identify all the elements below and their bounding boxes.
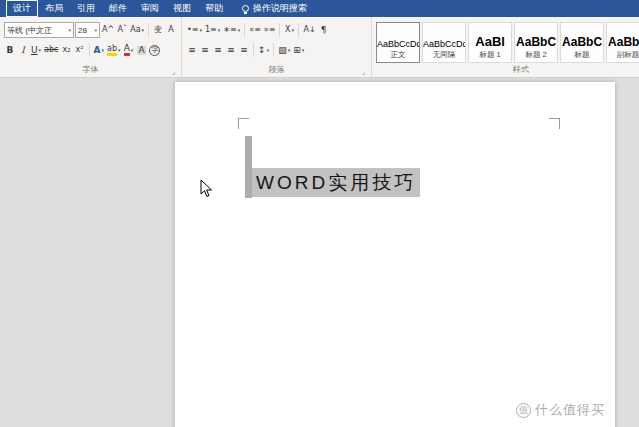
subscript-button[interactable]: x₂ [61,42,73,58]
asian-layout-button[interactable]: X▾ [283,22,295,38]
style-item-subtitle[interactable]: AaBbC 副标题 [606,22,639,63]
character-shading-icon: A [137,46,145,55]
strikethrough-button[interactable]: abc [43,42,59,58]
chevron-down-icon: ▾ [94,27,97,33]
font-size-select[interactable]: 28 ▾ [75,22,100,38]
tab-review[interactable]: 审阅 [134,0,166,17]
font-name-value: 等线 (中文正 [7,25,52,36]
clear-formatting-icon: A [168,26,173,34]
divider [273,43,274,57]
document-canvas: WORD实用技巧 值 什么值得买 [0,78,639,427]
line-spacing-button[interactable]: ↕▾ [257,42,270,58]
align-center-button[interactable]: ≡ [199,42,211,58]
align-left-icon: ≡ [188,46,196,55]
shading-button[interactable]: ▨▾ [277,42,291,58]
decrease-indent-button[interactable]: «≡ [248,22,262,38]
chevron-down-icon: ▾ [238,27,241,33]
crop-mark-top-right [549,118,560,129]
paragraph-dialog-launcher-icon[interactable]: ⌟ [362,68,365,75]
character-shading-button[interactable]: A [135,42,147,58]
menu-bar: 设计 布局 引用 邮件 审阅 视图 帮助 操作说明搜索 [0,0,639,17]
increase-indent-icon: »≡ [264,26,276,34]
multilevel-list-button[interactable]: ∗≡▾ [222,22,241,38]
styles-gallery: AaBbCcDd 正文 AaBbCcDd 无间隔 AaBl 标题 1 AaBbC… [376,20,639,63]
document-page[interactable]: WORD实用技巧 [175,82,615,427]
style-preview: AaBbC [562,35,602,49]
borders-button[interactable]: ⊞▾ [292,42,305,58]
divider [148,23,149,37]
text-effects-icon: A [94,46,101,55]
tell-me-search[interactable]: 操作说明搜索 [242,2,307,15]
chevron-down-icon: ▾ [218,27,221,33]
style-item-heading1[interactable]: AaBl 标题 1 [468,22,512,63]
font-color-button[interactable]: A▾ [122,42,134,58]
distribute-button[interactable]: ≡ [238,42,250,58]
font-dialog-launcher-icon[interactable]: ⌟ [172,68,175,75]
ribbon-group-font: 等线 (中文正 ▾ 28 ▾ A^ Aˇ Aa▾ 变 A B I [0,17,182,77]
chevron-down-icon: ▾ [101,47,104,53]
tab-help[interactable]: 帮助 [198,0,230,17]
show-formatting-marks-button[interactable]: ¶ [318,22,330,38]
justify-button[interactable]: ≡ [225,42,237,58]
style-item-no-spacing[interactable]: AaBbCcDd 无间隔 [422,22,466,63]
tab-view[interactable]: 视图 [166,0,198,17]
shrink-font-icon: Aˇ [117,26,126,34]
shading-icon: ▨ [278,46,287,55]
chevron-down-icon: ▾ [200,27,203,33]
highlight-button[interactable]: ab▾ [106,42,122,58]
ribbon-group-paragraph: •≡▾ 1≡▾ ∗≡▾ «≡ »≡ X▾ A↓ ¶ ≡ ≡ ≡ ≡ [182,17,372,77]
distribute-icon: ≡ [240,46,248,55]
italic-button[interactable]: I [17,42,29,58]
styles-group-label: 样式 [513,64,529,75]
tab-layout[interactable]: 布局 [38,0,70,17]
subscript-icon: x₂ [63,46,71,54]
divider [89,43,90,57]
numbered-list-button[interactable]: 1≡▾ [204,22,221,38]
crop-mark-top-left [238,118,249,129]
style-preview: AaBbCcDd [377,39,419,49]
font-color-icon: A [124,44,130,56]
numbered-list-icon: 1≡ [205,26,217,34]
tab-mailings[interactable]: 邮件 [102,0,134,17]
watermark-text: 什么值得买 [535,401,605,419]
font-size-value: 28 [78,26,87,35]
increase-indent-button[interactable]: »≡ [263,22,277,38]
lightbulb-icon [242,5,249,12]
bold-button[interactable]: B [4,42,16,58]
shrink-font-button[interactable]: Aˇ [116,22,128,38]
grow-font-button[interactable]: A^ [101,22,115,38]
text-effects-button[interactable]: A▾ [93,42,105,58]
font-name-select[interactable]: 等线 (中文正 ▾ [4,22,74,38]
align-right-button[interactable]: ≡ [212,42,224,58]
tab-design[interactable]: 设计 [6,0,38,17]
divider [244,23,245,37]
tab-references[interactable]: 引用 [70,0,102,17]
italic-icon: I [21,46,25,55]
clear-formatting-button[interactable]: A [165,22,177,38]
style-item-heading2[interactable]: AaBbC 标题 2 [514,22,558,63]
style-preview: AaBl [475,34,505,49]
tell-me-label: 操作说明搜索 [253,2,307,15]
change-case-icon: Aa [130,26,140,34]
sort-button[interactable]: A↓ [302,22,316,38]
underline-button[interactable]: U▾ [30,42,42,58]
document-heading[interactable]: WORD实用技巧 [252,168,420,197]
font-group-label: 字体 [83,64,99,75]
style-name: 标题 1 [479,50,500,60]
divider [253,43,254,57]
style-name: 标题 [575,50,590,60]
style-item-title[interactable]: AaBbC 标题 [560,22,604,63]
chevron-down-icon: ▾ [68,27,71,33]
phonetic-guide-button[interactable]: 变 [152,22,164,38]
chevron-down-icon: ▾ [131,47,134,53]
enclose-character-button[interactable]: 字 [148,42,161,58]
style-preview: AaBbC [516,35,556,49]
superscript-button[interactable]: x² [74,42,86,58]
enclose-character-icon: 字 [149,45,160,56]
justify-icon: ≡ [227,46,235,55]
align-left-button[interactable]: ≡ [186,42,198,58]
multilevel-list-icon: ∗≡ [223,26,236,34]
style-item-normal[interactable]: AaBbCcDd 正文 [376,22,420,63]
change-case-button[interactable]: Aa▾ [129,22,145,38]
bullet-list-button[interactable]: •≡▾ [186,22,203,38]
